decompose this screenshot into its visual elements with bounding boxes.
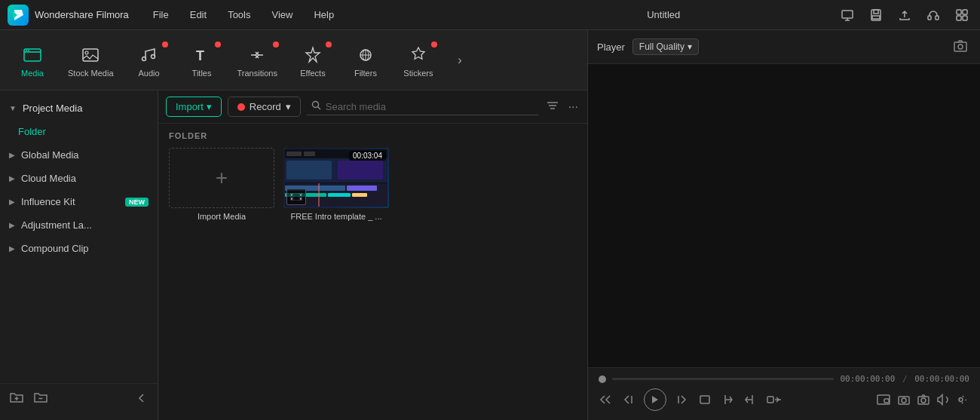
import-label: Import [176,101,204,112]
time-current: 00:00:00:00 [840,374,895,384]
global-media-label: Global Media [21,149,149,161]
svg-point-19 [142,57,145,60]
project-media-label: Project Media [23,103,149,114]
record-button[interactable]: Record ▾ [228,97,301,117]
tab-effects[interactable]: Effects [286,37,339,84]
svg-rect-42 [338,161,383,179]
frame-forward-btn[interactable] [675,393,689,406]
sidebar-project-media[interactable]: ▼ Project Media [0,97,158,120]
grid-btn[interactable] [951,5,972,26]
panel-body: ▼ Project Media Folder ▶ Global Media [0,90,587,420]
effects-dot [326,41,332,48]
menu-view[interactable]: View [262,6,302,23]
tab-more-btn[interactable]: › [448,48,472,72]
out-point-btn[interactable] [743,393,757,406]
quality-select[interactable]: Full Quality ▾ [632,38,699,55]
svg-rect-48 [291,194,292,196]
filters-icon [354,43,378,67]
player-view [588,64,980,367]
search-box [307,98,538,115]
svg-rect-62 [884,399,889,403]
camera-btn[interactable] [917,393,930,406]
sidebar-global-media[interactable]: ▶ Global Media [0,143,158,167]
tab-stickers[interactable]: Stickers [392,37,445,84]
frame-back-btn[interactable] [621,393,635,406]
menu-items: File Edit Tools View Help [144,6,491,23]
svg-marker-22 [306,48,320,62]
import-media-label: Import Media [198,212,246,221]
effects-icon [301,43,325,67]
upload-btn[interactable] [894,5,915,26]
right-panel: Player Full Quality ▾ [588,30,980,420]
svg-rect-45 [304,152,315,156]
fullscreen-btn[interactable] [897,393,911,406]
collapse-sidebar-btn[interactable] [135,391,149,407]
app-name: Wondershare Filmora [35,9,129,20]
save-btn[interactable] [865,5,887,26]
search-input[interactable] [326,101,534,112]
playback-controls [599,388,969,411]
svg-rect-39 [352,193,367,197]
record-label: Record [250,101,281,112]
content-toolbar: Import ▾ Record ▾ [158,90,587,124]
player-settings-btn[interactable] [956,393,969,406]
menu-help[interactable]: Help [305,6,343,23]
headphone-btn[interactable] [923,5,944,26]
filter-btn[interactable] [544,97,561,117]
svg-point-64 [902,398,906,403]
folder-header: FOLDER [169,131,577,140]
volume-btn[interactable] [936,393,950,406]
tab-filters[interactable]: Filters [339,37,392,84]
app-logo: Wondershare Filmora [8,5,129,26]
svg-rect-10 [957,10,961,14]
monitor-btn[interactable] [837,5,858,26]
in-point-btn[interactable] [721,393,734,406]
screenshot-btn[interactable] [950,36,971,57]
search-icon [311,100,321,112]
tab-audio[interactable]: Audio [123,37,176,84]
time-display: 00:00:00:00 / 00:00:00:00 [840,374,969,384]
content-area: Import ▾ Record ▾ [158,90,587,420]
sidebar-cloud-media[interactable]: ▶ Cloud Media [0,167,158,190]
insert-btn[interactable] [766,393,782,406]
record-dot-icon [237,103,245,111]
tab-titles-label: Titles [192,69,212,78]
sidebar-adjustment-layer[interactable]: ▶ Adjustment La... [0,213,158,237]
sidebar-influence-kit[interactable]: ▶ Influence Kit NEW [0,190,158,213]
stickers-dot [431,41,437,48]
import-media-item[interactable]: + Import Media [169,148,274,221]
progress-handle[interactable] [599,376,606,383]
tab-media[interactable]: Media [6,37,59,84]
menu-edit[interactable]: Edit [181,6,216,23]
svg-rect-54 [954,42,966,51]
tab-titles[interactable]: T Titles [176,37,228,84]
skip-back-btn[interactable] [599,393,612,406]
svg-rect-60 [767,397,773,403]
more-options-btn[interactable]: ··· [567,99,580,115]
influence-kit-chevron: ▶ [9,198,15,206]
menu-file[interactable]: File [144,6,178,23]
video-label: FREE Intro template _ ... [290,212,381,221]
project-media-chevron: ▼ [9,104,17,112]
play-btn[interactable] [644,388,666,411]
snapshot-btn[interactable] [698,393,712,406]
add-folder-btn[interactable] [9,390,24,408]
main-content: Media Stock Media [0,30,980,420]
svg-point-18 [85,51,88,54]
media-icon [20,43,44,67]
import-button[interactable]: Import ▾ [166,97,222,117]
video-thumb: 00:03:04 [283,148,389,208]
svg-marker-57 [652,396,658,403]
tab-transitions[interactable]: Transitions [228,37,286,84]
sidebar-folder[interactable]: Folder [0,120,158,143]
tab-stock-media[interactable]: Stock Media [59,37,123,84]
sidebar-compound-clip[interactable]: ▶ Compound Clip [0,237,158,260]
remove-folder-btn[interactable] [33,390,48,408]
menu-tools[interactable]: Tools [219,6,259,23]
sidebar-footer [0,383,158,414]
svg-rect-6 [874,10,878,14]
pip-btn[interactable] [876,393,891,406]
tab-transitions-label: Transitions [237,69,277,78]
progress-track[interactable] [612,378,834,380]
video-item[interactable]: 00:03:04 [283,148,389,221]
